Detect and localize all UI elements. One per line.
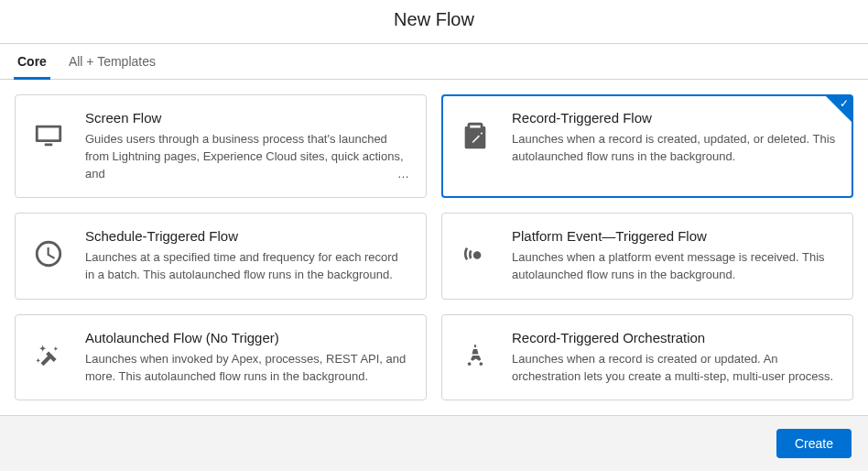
tab-all-templates[interactable]: All + Templates xyxy=(65,45,159,80)
check-icon: ✓ xyxy=(840,98,849,109)
card-description: Guides users through a business process … xyxy=(85,131,409,182)
card-description: Launches when a platform event message i… xyxy=(512,249,836,284)
card-title: Record-Triggered Orchestration xyxy=(512,330,836,345)
dialog-header: New Flow xyxy=(0,0,868,44)
ellipsis-icon: … xyxy=(392,166,409,182)
card-record-triggered-orchestration[interactable]: Record-Triggered Orchestration Launches … xyxy=(441,314,853,401)
card-title: Record-Triggered Flow xyxy=(512,110,836,126)
flow-type-list: Screen Flow Guides users through a busin… xyxy=(0,80,868,415)
card-title: Screen Flow xyxy=(85,110,409,126)
card-title: Autolaunched Flow (No Trigger) xyxy=(85,330,409,345)
orchestration-icon xyxy=(455,335,495,376)
clipboard-edit-icon xyxy=(455,115,495,156)
tab-bar: Core All + Templates xyxy=(0,44,868,80)
tab-core[interactable]: Core xyxy=(14,45,50,80)
dialog-title: New Flow xyxy=(0,9,868,30)
broadcast-icon xyxy=(455,234,495,274)
card-description: Launches when invoked by Apex, processes… xyxy=(85,351,409,386)
card-title: Platform Event—Triggered Flow xyxy=(512,228,836,244)
card-title: Schedule-Triggered Flow xyxy=(85,228,409,244)
card-screen-flow[interactable]: Screen Flow Guides users through a busin… xyxy=(15,94,427,198)
card-autolaunched-flow[interactable]: Autolaunched Flow (No Trigger) Launches … xyxy=(15,314,427,401)
card-platform-event-flow[interactable]: Platform Event—Triggered Flow Launches w… xyxy=(441,213,853,300)
monitor-icon xyxy=(28,115,69,156)
card-record-triggered-flow[interactable]: ✓ Record-Triggered Flow Launches when a … xyxy=(441,94,853,198)
card-schedule-triggered-flow[interactable]: Schedule-Triggered Flow Launches at a sp… xyxy=(15,213,427,300)
clock-icon xyxy=(28,234,69,274)
card-description: Launches when a record is created or upd… xyxy=(512,351,836,386)
card-description: Launches when a record is created, updat… xyxy=(512,131,836,166)
create-button[interactable]: Create xyxy=(776,429,852,458)
dialog-footer: Create xyxy=(0,415,868,471)
magic-wand-icon xyxy=(28,335,69,376)
card-description: Launches at a specified time and frequen… xyxy=(85,249,409,284)
